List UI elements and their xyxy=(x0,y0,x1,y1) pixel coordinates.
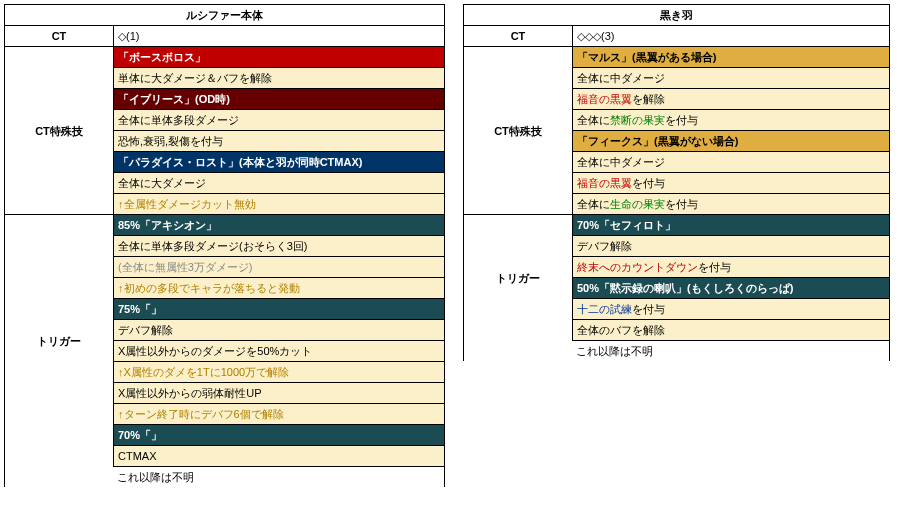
right-trigger-label: トリガー xyxy=(464,215,573,341)
right-trigger-row: デバフ解除 xyxy=(573,236,890,257)
left-trigger-row: X属性以外からのダメージを50%カット xyxy=(114,341,445,362)
left-ctskill-label: CT特殊技 xyxy=(5,47,114,215)
right-trigger-row: 十二の試練を付与 xyxy=(573,299,890,320)
right-ctskill-row: 全体に中ダメージ xyxy=(573,68,890,89)
right-ctskill-row: 全体に生命の果実を付与 xyxy=(573,194,890,215)
left-trigger-row: ↑ターン終了時にデバフ6個で解除 xyxy=(114,404,445,425)
left-ctskill-row: 恐怖,衰弱,裂傷を付与 xyxy=(114,131,445,152)
right-title: 黒き羽 xyxy=(464,5,890,26)
right-trigger-row: 全体のバフを解除 xyxy=(573,320,890,341)
left-trigger-row: CTMAX xyxy=(114,446,445,467)
left-ctskill-row: ↑全属性ダメージカット無効 xyxy=(114,194,445,215)
left-ctskill-row: 「ボースボロス」 xyxy=(114,47,445,68)
right-trigger-row: 50%「黙示録の喇叭」(もくしろくのらっぱ) xyxy=(573,278,890,299)
right-ctskill-row: 全体に禁断の果実を付与 xyxy=(573,110,890,131)
left-ctskill-row: 「パラダイス・ロスト」(本体と羽が同時CTMAX) xyxy=(114,152,445,173)
right-ctskill-row: 福音の黒翼を解除 xyxy=(573,89,890,110)
left-trigger-row: デバフ解除 xyxy=(114,320,445,341)
right-ctskill-row: 「マルス」(黒翼がある場合) xyxy=(573,47,890,68)
left-trigger-row: (全体に無属性3万ダメージ) xyxy=(114,257,445,278)
left-trigger-label: トリガー xyxy=(5,215,114,467)
right-ctskill-row: 福音の黒翼を付与 xyxy=(573,173,890,194)
left-ctskill-row: 「イブリース」(OD時) xyxy=(114,89,445,110)
left-trigger-row: 85%「アキシオン」 xyxy=(114,215,445,236)
lucifer-body-table: ルシファー本体 CT ◇(1) CT特殊技 「ボースボロス」 単体に大ダメージ＆… xyxy=(4,4,445,487)
right-ct-label: CT xyxy=(464,26,573,47)
right-trigger-row: 70%「セフィロト」 xyxy=(573,215,890,236)
left-title: ルシファー本体 xyxy=(5,5,445,26)
left-trigger-row: 75%「」 xyxy=(114,299,445,320)
left-ctskill-row: 全体に大ダメージ xyxy=(114,173,445,194)
right-footer: これ以降は不明 xyxy=(572,341,889,361)
right-ctskill-row: 全体に中ダメージ xyxy=(573,152,890,173)
left-trigger-row: ↑初めの多段でキャラが落ちると発動 xyxy=(114,278,445,299)
right-ct-value: ◇◇◇(3) xyxy=(573,26,890,47)
left-trigger-row: X属性以外からの弱体耐性UP xyxy=(114,383,445,404)
left-trigger-row: 70%「」 xyxy=(114,425,445,446)
left-trigger-row: ↑X属性のダメを1Tに1000万で解除 xyxy=(114,362,445,383)
left-ctskill-row: 単体に大ダメージ＆バフを解除 xyxy=(114,68,445,89)
right-trigger-row: 終末へのカウントダウンを付与 xyxy=(573,257,890,278)
left-footer: これ以降は不明 xyxy=(113,467,444,487)
right-ctskill-label: CT特殊技 xyxy=(464,47,573,215)
black-wing-table: 黒き羽 CT ◇◇◇(3) CT特殊技 「マルス」(黒翼がある場合) 全体に中ダ… xyxy=(463,4,890,361)
left-ctskill-row: 全体に単体多段ダメージ xyxy=(114,110,445,131)
left-ct-value: ◇(1) xyxy=(114,26,445,47)
left-ct-label: CT xyxy=(5,26,114,47)
right-ctskill-row: 「フィークス」(黒翼がない場合) xyxy=(573,131,890,152)
left-trigger-row: 全体に単体多段ダメージ(おそらく3回) xyxy=(114,236,445,257)
